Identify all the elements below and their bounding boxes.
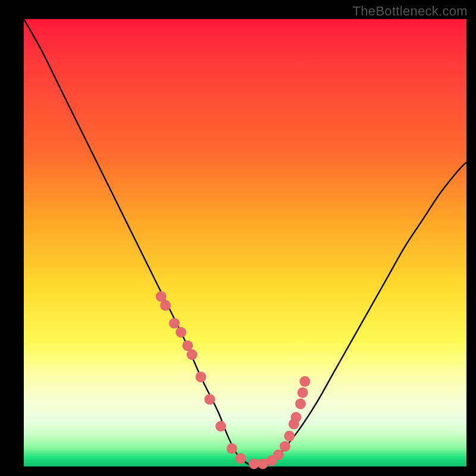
marker-point — [176, 327, 186, 337]
marker-point — [291, 412, 302, 422]
marker-point — [236, 453, 246, 464]
marker-point — [215, 421, 226, 431]
marker-point — [169, 318, 180, 328]
marker-point — [298, 387, 308, 398]
marker-point — [295, 399, 306, 409]
attribution-text: TheBottleneck.com — [353, 4, 468, 19]
marker-point — [204, 394, 215, 405]
sample-markers — [156, 291, 311, 469]
marker-point — [273, 449, 284, 460]
marker-point — [227, 443, 237, 454]
chart-frame: TheBottleneck.com — [0, 0, 476, 476]
marker-point — [187, 349, 198, 360]
curve-layer — [24, 19, 466, 466]
plot-area — [24, 19, 466, 466]
marker-point — [196, 372, 206, 383]
marker-point — [160, 300, 171, 311]
marker-point — [284, 431, 295, 441]
marker-point — [299, 376, 310, 387]
marker-point — [280, 441, 290, 452]
bottleneck-curve — [24, 19, 466, 467]
